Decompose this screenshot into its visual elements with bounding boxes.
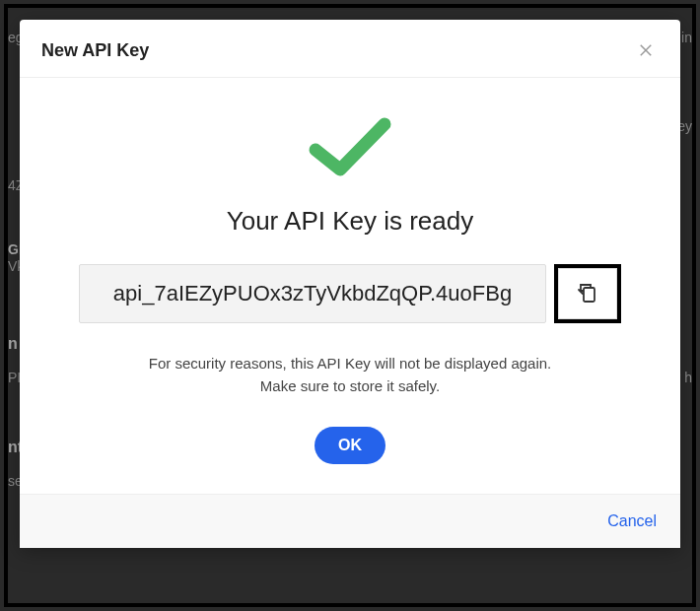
api-key-value[interactable]: api_7aIEZyPUOx3zTyVkbdZqQP.4uoFBg [79, 264, 546, 323]
bg-text: in [681, 30, 692, 45]
copy-button-highlight [554, 264, 621, 323]
api-key-ready-heading: Your API Key is ready [79, 206, 621, 237]
modal-title: New API Key [41, 40, 149, 61]
modal-body: Your API Key is ready api_7aIEZyPUOx3zTy… [20, 78, 680, 494]
security-note-line2: Make sure to store it safely. [260, 377, 440, 394]
svg-rect-2 [584, 288, 595, 302]
close-icon [637, 41, 655, 59]
modal-header: New API Key [20, 20, 680, 78]
bg-text: n [8, 335, 18, 353]
cancel-button[interactable]: Cancel [607, 512, 657, 530]
new-api-key-modal: New API Key Your API Key is ready api_7a… [20, 20, 680, 548]
security-note: For security reasons, this API Key will … [79, 353, 621, 397]
security-note-line1: For security reasons, this API Key will … [149, 355, 552, 372]
modal-footer: Cancel [20, 494, 680, 548]
close-button[interactable] [633, 37, 659, 63]
copy-button[interactable] [558, 268, 617, 319]
ok-button[interactable]: OK [315, 427, 385, 464]
api-key-row: api_7aIEZyPUOx3zTyVkbdZqQP.4uoFBg [79, 264, 621, 323]
copy-icon [576, 282, 599, 306]
checkmark-icon [301, 112, 399, 181]
